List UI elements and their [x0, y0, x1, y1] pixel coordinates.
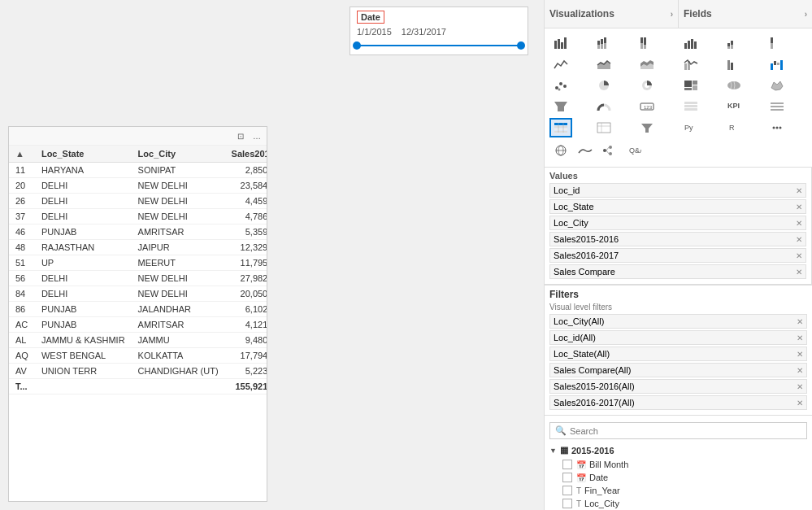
viz-kpi[interactable]: KPI	[723, 97, 745, 116]
field-checkbox[interactable]	[562, 473, 572, 482]
viz-scatter[interactable]	[549, 76, 572, 95]
col-sort-indicator[interactable]: ▲	[9, 146, 35, 163]
cell-city: CHANDIGHAR (UT)	[132, 364, 225, 379]
viz-r-script[interactable]: R	[723, 118, 745, 137]
value-item[interactable]: Sales2016-2017✕	[549, 248, 806, 263]
remove-value-btn[interactable]: ✕	[796, 251, 802, 260]
fields-tab-arrow: ›	[805, 10, 807, 19]
focus-mode-icon[interactable]: ⊡	[234, 129, 247, 142]
col-loc-city[interactable]: Loc_City	[132, 146, 225, 163]
date-slider[interactable]	[357, 40, 521, 51]
cell-id: AQ	[9, 348, 35, 364]
search-input[interactable]	[570, 426, 801, 436]
table-toolbar: ⊡ …	[9, 127, 267, 146]
remove-filter-btn[interactable]: ✕	[797, 333, 803, 342]
cell-s1: 4,459,689.06	[225, 194, 267, 209]
viz-waterfall[interactable]	[766, 54, 788, 74]
remove-filter-btn[interactable]: ✕	[797, 382, 803, 391]
filter-item[interactable]: Sales Compare(All)✕	[549, 363, 807, 377]
table-row: AQ WEST BENGAL KOLKATTA 17,794,292.66 18…	[9, 348, 267, 364]
viz-filter-visual[interactable]	[636, 118, 658, 137]
filter-item[interactable]: Sales2016-2017(All)✕	[549, 395, 807, 410]
field-item[interactable]: 📅 Date	[545, 471, 812, 484]
svg-rect-9	[604, 43, 606, 49]
cell-s1: 4,786,056.31	[225, 209, 267, 224]
value-item[interactable]: Loc_id✕	[549, 183, 806, 198]
remove-filter-btn[interactable]: ✕	[797, 317, 803, 326]
tab-visualizations[interactable]: Visualizations ›	[545, 0, 679, 28]
field-checkbox[interactable]	[562, 499, 572, 508]
date-slider-handle-left[interactable]	[353, 41, 361, 50]
viz-donut[interactable]	[636, 76, 658, 95]
field-item[interactable]: T Fin_Year	[545, 484, 812, 497]
svg-point-37	[563, 85, 567, 88]
viz-stacked-col[interactable]	[723, 33, 745, 53]
viz-funnel[interactable]	[549, 97, 572, 116]
remove-filter-btn[interactable]: ✕	[797, 366, 803, 375]
viz-py-script[interactable]: Py	[680, 118, 702, 137]
field-item[interactable]: T Loc_City	[545, 497, 812, 510]
viz-pie[interactable]	[593, 76, 615, 95]
value-item[interactable]: Sales Compare✕	[549, 264, 806, 279]
date-filter-title: Date	[357, 11, 384, 24]
field-type-icon: 📅	[576, 473, 586, 482]
value-item[interactable]: Loc_State✕	[549, 199, 806, 214]
svg-rect-63	[597, 123, 610, 133]
remove-value-btn[interactable]: ✕	[796, 203, 802, 211]
remove-filter-btn[interactable]: ✕	[797, 399, 803, 408]
field-checkbox[interactable]	[562, 460, 572, 469]
viz-qa[interactable]: Q&A	[623, 141, 645, 160]
svg-rect-11	[640, 43, 643, 49]
field-group-header[interactable]: ▼▦2015-2016	[545, 442, 812, 458]
values-label: Values	[549, 171, 806, 181]
viz-card[interactable]: 123	[636, 97, 658, 116]
viz-combo[interactable]	[680, 54, 702, 74]
tab-fields[interactable]: Fields ›	[679, 0, 812, 28]
viz-100-col[interactable]	[766, 33, 788, 53]
svg-point-70	[775, 127, 778, 129]
viz-stacked-area[interactable]	[636, 54, 658, 74]
table-row: 56 DELHI NEW DELHI 27,982,833.22 25,676,…	[9, 271, 267, 286]
viz-area-chart[interactable]	[593, 54, 615, 74]
viz-decomp-tree[interactable]	[598, 141, 621, 160]
viz-multi-row-card[interactable]	[680, 97, 702, 116]
viz-100-bar[interactable]	[636, 33, 658, 53]
viz-table[interactable]	[549, 118, 572, 137]
viz-ribbon[interactable]	[723, 54, 745, 74]
expand-icon: ▼	[549, 447, 557, 455]
viz-stacked-bar[interactable]	[593, 33, 615, 53]
filter-item[interactable]: Sales2015-2016(All)✕	[549, 379, 807, 394]
viz-stream[interactable]	[574, 141, 597, 160]
viz-col-chart[interactable]	[680, 33, 702, 53]
svg-text:R: R	[729, 124, 735, 132]
col-sales-2015-2016[interactable]: Sales2015-2016	[225, 146, 267, 163]
filter-item[interactable]: Loc_State(All)✕	[549, 347, 807, 361]
remove-filter-btn[interactable]: ✕	[797, 350, 803, 359]
filter-item[interactable]: Loc_id(All)✕	[549, 330, 807, 345]
viz-map-filled[interactable]	[723, 76, 745, 95]
remove-value-btn[interactable]: ✕	[796, 186, 802, 195]
svg-rect-18	[727, 43, 730, 46]
viz-map-shape[interactable]	[766, 76, 788, 95]
viz-matrix[interactable]	[593, 118, 615, 137]
viz-more[interactable]	[766, 118, 788, 137]
field-item[interactable]: 📅 Bill Month	[545, 458, 812, 471]
viz-globe[interactable]	[549, 141, 572, 160]
viz-gauge[interactable]	[593, 97, 615, 116]
svg-rect-60	[554, 131, 567, 133]
viz-line-chart[interactable]	[549, 54, 572, 74]
remove-value-btn[interactable]: ✕	[796, 235, 802, 244]
field-checkbox[interactable]	[562, 486, 572, 495]
value-item[interactable]: Sales2015-2016✕	[549, 232, 806, 246]
remove-value-btn[interactable]: ✕	[796, 268, 802, 277]
svg-point-69	[772, 127, 775, 129]
viz-slicer[interactable]	[766, 97, 788, 116]
date-slider-handle-right[interactable]	[517, 41, 525, 50]
viz-bar-chart[interactable]	[549, 33, 572, 53]
remove-value-btn[interactable]: ✕	[796, 219, 802, 228]
filter-item[interactable]: Loc_City(All)✕	[549, 314, 807, 329]
more-options-icon[interactable]: …	[250, 129, 263, 142]
value-item[interactable]: Loc_City✕	[549, 216, 806, 230]
col-loc-state[interactable]: Loc_State	[35, 146, 132, 163]
viz-treemap[interactable]	[680, 76, 702, 95]
